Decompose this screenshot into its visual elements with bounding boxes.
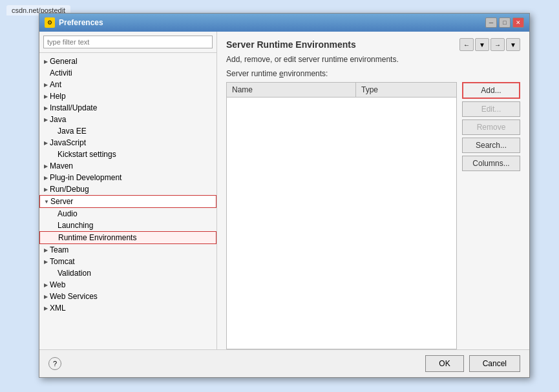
label-tomcat: Tomcat	[50, 257, 75, 266]
nav-back-dropdown[interactable]: ▼	[475, 38, 489, 51]
search-button[interactable]: Search...	[462, 138, 520, 153]
right-header: Server Runtime Environments ← ▼ → ▼	[217, 32, 529, 55]
arrow-java: ▶	[42, 117, 50, 123]
arrow-web-services: ▶	[42, 294, 50, 300]
tree-item-web[interactable]: ▶ Web	[39, 279, 216, 291]
right-description: Add, remove, or edit server runtime envi…	[217, 55, 529, 69]
cancel-button[interactable]: Cancel	[469, 355, 520, 372]
title-bar: ⚙ Preferences ─ □ ✕	[39, 14, 529, 32]
minimize-button[interactable]: ─	[485, 17, 497, 28]
label-java-ee: Java EE	[58, 127, 87, 136]
label-runtime-environments: Runtime Environments	[58, 233, 136, 242]
tree-item-tomcat[interactable]: ▶ Tomcat	[39, 256, 216, 267]
label-audio: Audio	[58, 209, 78, 218]
dialog-body: ▶ General Activiti ▶ Ant ▶ Help	[39, 32, 529, 349]
label-server: Server	[50, 197, 73, 206]
label-help: Help	[50, 92, 66, 101]
tree-item-help[interactable]: ▶ Help	[39, 90, 216, 102]
tree-item-web-services[interactable]: ▶ Web Services	[39, 291, 216, 302]
tree-item-audio[interactable]: Audio	[39, 208, 216, 220]
ok-button[interactable]: OK	[425, 355, 463, 372]
arrow-javascript: ▶	[42, 140, 50, 146]
tree-item-validation[interactable]: Validation	[39, 267, 216, 279]
arrow-ant: ▶	[42, 82, 50, 88]
dialog-footer: ? OK Cancel	[39, 349, 529, 377]
arrow-maven: ▶	[42, 163, 50, 169]
right-panel: Server Runtime Environments ← ▼ → ▼ Add,…	[217, 32, 529, 349]
tree-item-kickstart[interactable]: Kickstart settings	[39, 149, 216, 160]
arrow-tomcat: ▶	[42, 259, 50, 265]
tree-item-server[interactable]: ▼ Server	[39, 195, 216, 208]
arrow-xml: ▶	[42, 305, 50, 311]
edit-button[interactable]: Edit...	[462, 101, 520, 117]
underline-text: e	[279, 69, 284, 78]
preferences-icon: ⚙	[45, 17, 55, 28]
nav-buttons: ← ▼ → ▼	[459, 38, 520, 51]
label-general: General	[50, 57, 78, 66]
label-install-update: Install/Update	[50, 103, 97, 112]
arrow-help: ▶	[42, 94, 50, 99]
arrow-run-debug: ▶	[42, 187, 50, 192]
col-header-type: Type	[356, 83, 383, 97]
nav-forward-dropdown[interactable]: ▼	[506, 38, 520, 51]
table-header: Name Type	[227, 83, 456, 98]
tree-item-java-ee[interactable]: Java EE	[39, 125, 216, 137]
col-header-name: Name	[227, 83, 356, 97]
tree-item-javascript[interactable]: ▶ JavaScript	[39, 137, 216, 149]
title-bar-left: ⚙ Preferences	[45, 17, 103, 28]
label-ant: Ant	[50, 80, 61, 89]
label-launching: Launching	[58, 221, 93, 230]
tree-item-runtime-environments[interactable]: Runtime Environments	[39, 231, 216, 244]
label-plugin-dev: Plug-in Development	[50, 173, 121, 182]
arrow-general: ▶	[42, 59, 50, 65]
arrow-team: ▶	[42, 247, 50, 253]
arrow-plugin-dev: ▶	[42, 175, 50, 181]
tree-item-activiti[interactable]: Activiti	[39, 67, 216, 79]
left-panel: ▶ General Activiti ▶ Ant ▶ Help	[39, 32, 217, 349]
tree-item-java[interactable]: ▶ Java	[39, 114, 216, 125]
tree-item-ant[interactable]: ▶ Ant	[39, 79, 216, 90]
nav-forward-button[interactable]: →	[490, 38, 505, 51]
remove-button[interactable]: Remove	[462, 119, 520, 135]
environments-label: Server runtime environments:	[217, 69, 529, 82]
label-javascript: JavaScript	[50, 138, 86, 147]
filter-input[interactable]	[43, 36, 213, 48]
tree-container: ▶ General Activiti ▶ Ant ▶ Help	[39, 53, 216, 349]
tree-item-install-update[interactable]: ▶ Install/Update	[39, 102, 216, 114]
maximize-button[interactable]: □	[499, 17, 511, 28]
environments-table: Name Type	[226, 82, 457, 349]
arrow-server: ▼	[43, 199, 50, 205]
tree-item-general[interactable]: ▶ General	[39, 56, 216, 67]
arrow-install-update: ▶	[42, 105, 50, 111]
label-java: Java	[50, 115, 66, 124]
tree-item-plugin-dev[interactable]: ▶ Plug-in Development	[39, 172, 216, 183]
filter-container	[39, 32, 216, 53]
table-area: Name Type Add... Edit... Remove Search..…	[226, 82, 520, 349]
tree-item-run-debug[interactable]: ▶ Run/Debug	[39, 183, 216, 195]
label-xml: XML	[50, 304, 66, 313]
label-web: Web	[50, 280, 65, 289]
label-maven: Maven	[50, 161, 73, 170]
help-icon[interactable]: ?	[48, 357, 61, 370]
title-controls: ─ □ ✕	[485, 17, 524, 28]
action-buttons: Add... Edit... Remove Search... Columns.…	[462, 82, 520, 349]
columns-button[interactable]: Columns...	[462, 156, 520, 171]
preferences-dialog: ⚙ Preferences ─ □ ✕ ▶ General	[39, 13, 530, 378]
tree-item-launching[interactable]: Launching	[39, 220, 216, 231]
add-button[interactable]: Add...	[462, 82, 520, 99]
label-web-services: Web Services	[50, 292, 98, 301]
tree-item-xml[interactable]: ▶ XML	[39, 302, 216, 314]
label-run-debug: Run/Debug	[50, 185, 89, 194]
label-activiti: Activiti	[50, 68, 72, 77]
right-title: Server Runtime Environments	[226, 39, 356, 50]
nav-back-button[interactable]: ←	[459, 38, 474, 51]
label-kickstart: Kickstart settings	[58, 150, 116, 159]
dialog-title: Preferences	[59, 18, 103, 27]
tree-item-maven[interactable]: ▶ Maven	[39, 160, 216, 172]
label-validation: Validation	[58, 269, 91, 278]
arrow-web: ▶	[42, 282, 50, 288]
label-team: Team	[50, 245, 69, 254]
close-button[interactable]: ✕	[512, 17, 524, 28]
tree-item-team[interactable]: ▶ Team	[39, 244, 216, 256]
table-body	[227, 98, 456, 347]
